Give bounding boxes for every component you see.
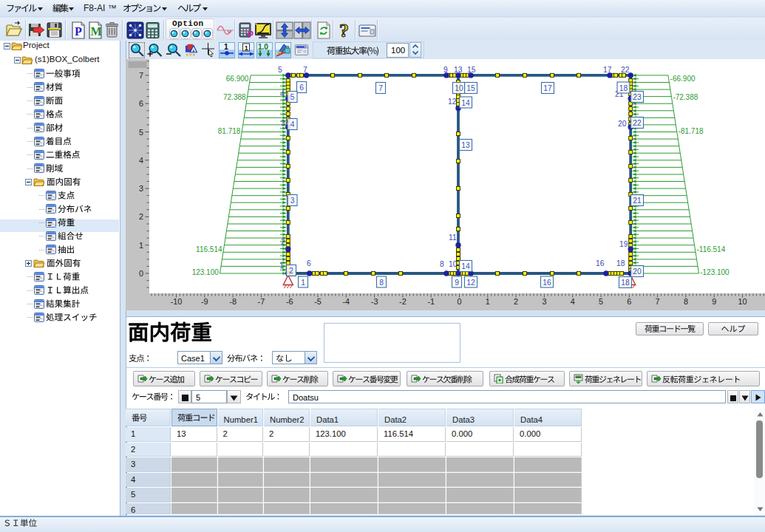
svg-text:23: 23 bbox=[633, 93, 642, 101]
svg-text:-1: -1 bbox=[427, 297, 435, 306]
svg-text:5: 5 bbox=[278, 66, 282, 74]
svg-text:0: 0 bbox=[457, 297, 461, 306]
svg-text:66.900: 66.900 bbox=[226, 75, 249, 83]
svg-text:8: 8 bbox=[379, 279, 384, 287]
svg-text:7: 7 bbox=[378, 84, 383, 92]
svg-text:9: 9 bbox=[712, 297, 716, 306]
svg-text:3: 3 bbox=[281, 119, 285, 127]
svg-text:-4: -4 bbox=[342, 297, 350, 306]
svg-text:15: 15 bbox=[466, 84, 475, 92]
svg-text:17: 17 bbox=[603, 66, 612, 74]
svg-text:7: 7 bbox=[139, 71, 143, 80]
svg-text:5: 5 bbox=[139, 128, 143, 137]
svg-text:3: 3 bbox=[139, 184, 143, 193]
svg-text:-8: -8 bbox=[229, 297, 237, 306]
svg-text:1: 1 bbox=[486, 297, 490, 306]
svg-text:-72.388: -72.388 bbox=[673, 93, 698, 101]
svg-text:16: 16 bbox=[543, 279, 551, 287]
svg-text:10: 10 bbox=[455, 84, 463, 92]
svg-text:7: 7 bbox=[656, 297, 660, 306]
svg-text:17: 17 bbox=[543, 84, 552, 92]
svg-text:12: 12 bbox=[448, 98, 457, 106]
svg-text:20: 20 bbox=[633, 267, 642, 276]
svg-text:10: 10 bbox=[738, 297, 747, 306]
svg-text:2: 2 bbox=[139, 212, 143, 221]
svg-text:3: 3 bbox=[290, 197, 295, 205]
svg-text:4: 4 bbox=[139, 156, 143, 165]
svg-text:-116.514: -116.514 bbox=[697, 245, 726, 253]
svg-text:P: P bbox=[75, 25, 82, 38]
svg-text:123.100: 123.100 bbox=[192, 268, 220, 276]
svg-text:18: 18 bbox=[616, 259, 625, 267]
svg-text:9: 9 bbox=[455, 279, 459, 287]
svg-text:22: 22 bbox=[633, 119, 642, 127]
svg-text:6: 6 bbox=[307, 259, 311, 267]
svg-text:-3: -3 bbox=[371, 297, 378, 306]
svg-text:15: 15 bbox=[467, 66, 476, 74]
svg-text:20: 20 bbox=[618, 120, 627, 128]
svg-text:3: 3 bbox=[542, 297, 546, 306]
svg-text:10: 10 bbox=[449, 260, 458, 268]
svg-text:1: 1 bbox=[224, 42, 228, 51]
svg-text:-7: -7 bbox=[258, 297, 265, 306]
svg-text:8: 8 bbox=[684, 297, 688, 306]
svg-text:6: 6 bbox=[139, 99, 143, 108]
svg-text:7: 7 bbox=[303, 66, 307, 74]
svg-text:-5: -5 bbox=[314, 297, 322, 306]
svg-text:18: 18 bbox=[621, 279, 630, 287]
svg-text:1.0: 1.0 bbox=[258, 43, 268, 51]
svg-text:13: 13 bbox=[461, 141, 470, 149]
svg-text:4: 4 bbox=[290, 120, 295, 129]
svg-text:1: 1 bbox=[301, 279, 305, 287]
svg-text:2: 2 bbox=[514, 297, 518, 306]
svg-text:-81.718: -81.718 bbox=[679, 127, 704, 135]
svg-text:0: 0 bbox=[139, 269, 143, 278]
svg-text:-66.900: -66.900 bbox=[670, 75, 696, 83]
svg-text:11: 11 bbox=[449, 233, 457, 242]
svg-text:21: 21 bbox=[633, 197, 642, 205]
svg-text:?: ? bbox=[339, 21, 349, 40]
svg-text:2: 2 bbox=[281, 238, 285, 246]
svg-text:22: 22 bbox=[621, 66, 630, 74]
svg-text:13: 13 bbox=[454, 66, 463, 74]
svg-text:-2: -2 bbox=[399, 297, 407, 306]
svg-text:6: 6 bbox=[299, 83, 304, 92]
svg-text:M: M bbox=[91, 25, 102, 38]
svg-text:16: 16 bbox=[596, 259, 605, 267]
svg-text:14: 14 bbox=[461, 99, 470, 107]
svg-text:116.514: 116.514 bbox=[196, 245, 222, 253]
svg-text:72.388: 72.388 bbox=[223, 93, 246, 101]
svg-text:-6: -6 bbox=[286, 297, 293, 306]
svg-text:1: 1 bbox=[245, 44, 248, 52]
svg-text:1: 1 bbox=[139, 241, 143, 250]
svg-text:-123.100: -123.100 bbox=[700, 268, 730, 276]
svg-text:81.718: 81.718 bbox=[218, 127, 241, 135]
svg-text:4: 4 bbox=[280, 90, 285, 98]
svg-text:12: 12 bbox=[466, 279, 475, 287]
svg-text:9: 9 bbox=[443, 66, 448, 74]
svg-text:-9: -9 bbox=[201, 297, 208, 306]
svg-text:2: 2 bbox=[289, 267, 293, 275]
svg-text:5: 5 bbox=[599, 297, 603, 306]
svg-text:5: 5 bbox=[290, 93, 295, 101]
svg-text:6: 6 bbox=[627, 297, 631, 306]
svg-text:18: 18 bbox=[619, 84, 628, 92]
svg-text:14: 14 bbox=[461, 262, 470, 270]
svg-text:8: 8 bbox=[440, 260, 444, 268]
svg-text:P: P bbox=[248, 30, 254, 40]
svg-text:-10: -10 bbox=[171, 297, 183, 306]
svg-text:4: 4 bbox=[571, 297, 575, 306]
svg-text:19: 19 bbox=[619, 240, 628, 248]
svg-text:1: 1 bbox=[279, 262, 284, 270]
